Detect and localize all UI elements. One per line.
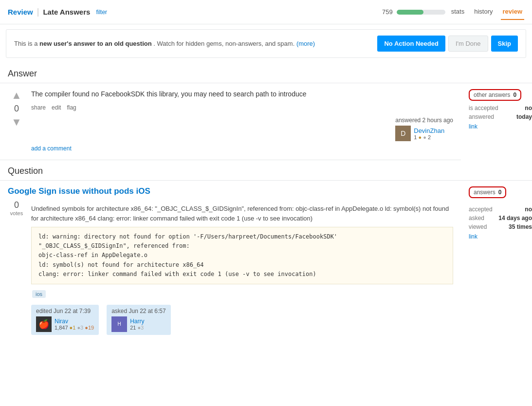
flag-link[interactable]: flag	[67, 104, 76, 111]
nirav-avatar: 🍎	[36, 316, 52, 332]
vote-up-button[interactable]: ▲	[11, 89, 22, 102]
answer-section-heading: Answer	[0, 63, 532, 83]
notice-part2: . Watch for hidden gems, non-answers, an…	[153, 40, 296, 47]
answered-value: today	[516, 113, 532, 120]
answer-link[interactable]: link	[469, 123, 532, 130]
viewed-label: viewed	[469, 223, 487, 230]
code-line-2: "_OBJC_CLASS_$_GIDSignIn", referenced fr…	[38, 241, 446, 251]
stats-link[interactable]: stats	[449, 4, 466, 20]
question-row: Google Sign issue without pods iOS 0 vot…	[0, 181, 532, 341]
question-body: Undefined symbols for architecture x86_6…	[31, 200, 453, 335]
notice-part1: This is a	[14, 40, 39, 47]
vote-column: ▲ 0 ▼	[8, 89, 25, 141]
header-separator: |	[37, 7, 39, 17]
edited-label: edited Jun 22 at 7:39	[36, 308, 91, 314]
q-asked-row: asked 14 days ago	[469, 215, 532, 221]
is-accepted-label: is accepted	[469, 105, 498, 111]
answers-circled-box: answers 0	[469, 186, 506, 198]
code-line-5: clang: error: linker command failed with…	[38, 270, 446, 279]
code-block: ld: warning: directory not found for opt…	[31, 227, 453, 284]
avatar: D	[395, 126, 411, 141]
history-link[interactable]: history	[472, 4, 495, 20]
tag-ios[interactable]: ios	[32, 290, 46, 298]
votes-label: votes	[10, 210, 23, 216]
user-badges: 1 ● ● 2	[414, 134, 444, 140]
viewed-row: viewed 35 times	[469, 223, 532, 230]
asked-label: asked Jun 22 at 6:57	[111, 308, 165, 314]
question-meta-row: edited Jun 22 at 7:39 🍎 Nirav 1,847 ●1 ●…	[31, 305, 453, 335]
answered-label: answered	[469, 113, 494, 120]
question-section-heading: Question	[0, 160, 532, 181]
answered-time: answered 2 hours ago	[395, 117, 453, 124]
code-line-4: ld: symbol(s) not found for architecture…	[38, 260, 446, 270]
answer-row: ▲ 0 ▼ The compiler found no FacebookSDK …	[0, 83, 532, 160]
viewed-value: 35 times	[509, 223, 532, 230]
q-vote-count: 0	[14, 200, 19, 210]
progress-bar-background	[397, 10, 445, 15]
progress-section: 759	[382, 8, 445, 16]
question-sidebar: answers 0 accepted no asked 14 days ago …	[469, 181, 532, 341]
user-card: D DevinZhan 1 ● ● 2	[395, 126, 453, 141]
header-navigation: stats history review	[449, 4, 524, 20]
accepted-value: no	[525, 206, 532, 213]
notice-bold: new user's answer to an old question	[39, 40, 152, 47]
badge-dot2: ●	[423, 134, 426, 140]
im-done-button[interactable]: I'm Done	[448, 36, 488, 52]
is-accepted-row: is accepted no	[469, 105, 532, 111]
harry-avatar: H	[111, 316, 127, 332]
answered-row: answered today	[469, 113, 532, 120]
page-header: Review | Late Answers filter 759 stats h…	[0, 0, 532, 24]
other-answers-value: 0	[513, 92, 516, 98]
badge-count2: 2	[428, 134, 431, 140]
user-rep: 1	[414, 134, 417, 140]
answer-meta: answered 2 hours ago D DevinZhan 1 ● ●	[31, 117, 453, 141]
answers-label: answers	[474, 189, 495, 196]
nirav-rep: 1,847 ●1 ●3 ●19	[55, 325, 94, 331]
edited-box: edited Jun 22 at 7:39 🍎 Nirav 1,847 ●1 ●…	[31, 305, 99, 335]
asked-box: asked Jun 22 at 6:57 H Harry 21 ●3	[107, 305, 170, 335]
question-content: Google Sign issue without pods iOS 0 vot…	[0, 181, 461, 341]
answer-body: The compiler found no FacebookSDK this l…	[31, 89, 453, 141]
add-comment-link[interactable]: add a comment	[8, 141, 453, 154]
accepted-row: accepted no	[469, 206, 532, 213]
notice-more-link[interactable]: (more)	[296, 40, 315, 47]
q-asked-label: asked	[469, 215, 484, 221]
badge-dot1: ●	[418, 134, 422, 140]
share-link[interactable]: share	[31, 104, 46, 111]
edit-link[interactable]: edit	[52, 104, 61, 111]
user-details: DevinZhan 1 ● ● 2	[414, 127, 444, 140]
other-answers-box: other answers 0	[469, 89, 521, 101]
harry-rep: 21 ●3	[130, 325, 144, 331]
nirav-details: Nirav 1,847 ●1 ●3 ●19	[55, 318, 94, 331]
nirav-name[interactable]: Nirav	[55, 318, 94, 325]
answer-actions: share edit flag	[31, 104, 453, 111]
notice-text: This is a new user's answer to an old qu…	[14, 40, 369, 47]
no-action-needed-button[interactable]: No Action Needed	[377, 36, 445, 52]
skip-button[interactable]: Skip	[491, 36, 518, 52]
q-asked-value: 14 days ago	[498, 215, 532, 221]
answers-value: 0	[498, 189, 502, 196]
accepted-label: accepted	[469, 206, 493, 213]
question-title-link[interactable]: Google Sign issue without pods iOS	[8, 186, 150, 196]
progress-count: 759	[382, 8, 393, 16]
is-accepted-value: no	[525, 105, 532, 111]
answer-text: The compiler found no FacebookSDK this l…	[31, 89, 453, 99]
answer-sidebar: other answers 0 is accepted no answered …	[469, 83, 532, 130]
user-name[interactable]: DevinZhan	[414, 127, 444, 134]
filter-link[interactable]: filter	[96, 9, 107, 16]
vote-down-button[interactable]: ▼	[11, 116, 22, 129]
answer-content: ▲ 0 ▼ The compiler found no FacebookSDK …	[0, 83, 461, 160]
code-line-1: ld: warning: directory not found for opt…	[38, 232, 446, 241]
page-title: Late Answers	[43, 8, 90, 16]
harry-details: Harry 21 ●3	[130, 318, 144, 331]
other-answers-label: other answers	[474, 92, 510, 98]
question-text: Undefined symbols for architecture x86_6…	[31, 204, 453, 223]
review-link[interactable]: Review	[8, 8, 33, 16]
vote-count: 0	[14, 104, 19, 114]
harry-name[interactable]: Harry	[130, 318, 144, 325]
answer-user-info: answered 2 hours ago D DevinZhan 1 ● ●	[395, 117, 453, 141]
q-vote-column: 0 votes	[8, 200, 25, 335]
review-tab[interactable]: review	[501, 4, 524, 20]
question-link[interactable]: link	[469, 233, 532, 240]
notice-actions: No Action Needed I'm Done Skip	[377, 36, 518, 52]
